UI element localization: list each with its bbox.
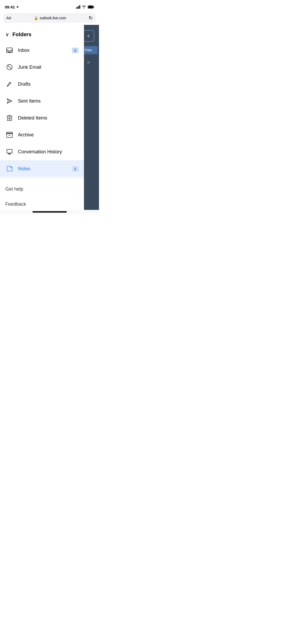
- sidebar-item-conversation-history[interactable]: Conversation History: [0, 143, 84, 160]
- browser-url[interactable]: 🔒 outlook.live.com: [34, 16, 66, 20]
- chevron-down-icon: ∨: [5, 31, 9, 38]
- archive-icon: [5, 131, 14, 139]
- svg-line-5: [8, 65, 12, 69]
- close-button[interactable]: ×: [87, 59, 90, 66]
- sent-label: Sent Items: [18, 98, 79, 104]
- svg-rect-1: [88, 6, 93, 8]
- sidebar-item-notes[interactable]: Notes 1: [0, 160, 84, 177]
- wifi-icon: [82, 5, 86, 8]
- deleted-label: Deleted Items: [18, 115, 79, 121]
- junk-icon: [5, 63, 14, 71]
- sidebar-item-junk[interactable]: Junk Email: [0, 59, 84, 76]
- sidebar-item-drafts[interactable]: Drafts: [0, 76, 84, 93]
- conversation-history-icon: [5, 148, 14, 156]
- home-indicator: [32, 211, 67, 213]
- reload-button[interactable]: ↻: [89, 15, 93, 21]
- sent-icon: [5, 97, 14, 105]
- folders-title: Folders: [12, 31, 31, 38]
- svg-rect-2: [93, 6, 94, 8]
- inbox-icon: [5, 46, 14, 54]
- sidebar-item-sent[interactable]: Sent Items: [0, 93, 84, 109]
- bottom-links: Get help Feedback Sign out: [0, 180, 84, 210]
- folders-header[interactable]: ∨ Folders: [0, 27, 84, 42]
- sidebar: ∨ Folders Inbox 1 Junk Em: [0, 25, 84, 210]
- svg-rect-15: [7, 132, 12, 134]
- battery-icon: [88, 5, 94, 9]
- browser-aa[interactable]: AA: [6, 16, 11, 20]
- drafts-label: Drafts: [18, 81, 79, 87]
- divider: [0, 178, 84, 178]
- inbox-badge: 1: [72, 48, 79, 53]
- sidebar-item-deleted[interactable]: Deleted Items: [0, 109, 84, 126]
- archive-label: Archive: [18, 132, 79, 138]
- status-bar: 09:41 ➤: [0, 0, 99, 12]
- compose-button[interactable]: +: [83, 30, 94, 42]
- location-icon: ➤: [16, 5, 19, 9]
- sidebar-item-inbox[interactable]: Inbox 1: [0, 42, 84, 59]
- deleted-icon: [5, 114, 14, 122]
- lock-icon: 🔒: [34, 16, 38, 20]
- conversation-history-label: Conversation History: [18, 149, 79, 155]
- sidebar-item-archive[interactable]: Archive: [0, 126, 84, 143]
- status-icons: [76, 5, 95, 9]
- junk-label: Junk Email: [18, 65, 79, 70]
- notes-label: Notes: [18, 166, 72, 172]
- notes-badge: 1: [72, 166, 79, 172]
- feedback-link[interactable]: Feedback: [0, 197, 84, 210]
- drafts-icon: [5, 80, 14, 88]
- signal-icon: [76, 5, 81, 9]
- browser-bar[interactable]: AA 🔒 outlook.live.com ↻: [3, 13, 96, 23]
- inbox-label: Inbox: [18, 48, 72, 53]
- notes-icon: [5, 164, 14, 173]
- status-time: 09:41 ➤: [5, 5, 19, 9]
- get-help-link[interactable]: Get help: [0, 182, 84, 197]
